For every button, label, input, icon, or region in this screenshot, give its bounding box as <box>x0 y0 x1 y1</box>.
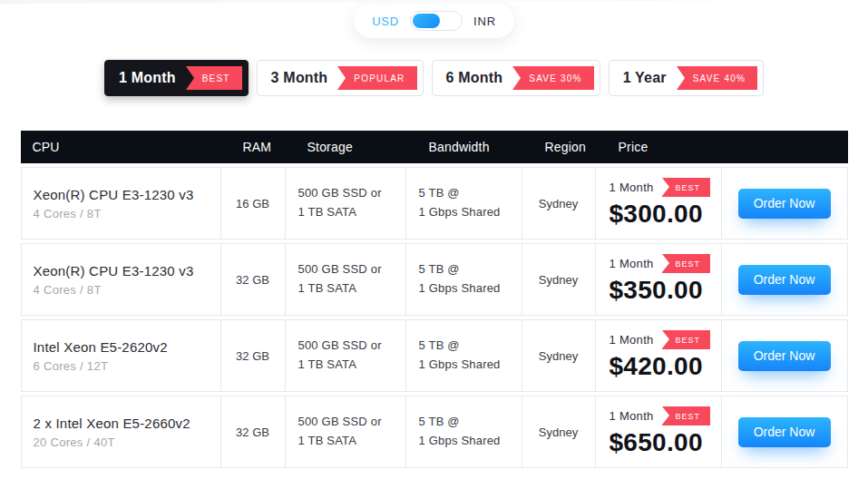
bandwidth-line1: 5 TB @ <box>419 184 512 203</box>
tab-1-month[interactable]: 1 Month BEST <box>104 60 249 96</box>
cpu-name: Intel Xeon E5-2620v2 <box>34 339 211 355</box>
table-row: Intel Xeon E5-2620v2 6 Cores / 12T 32 GB… <box>21 319 848 392</box>
cpu-name: Xeon(R) CPU E3-1230 v3 <box>34 263 211 279</box>
storage-line1: 500 GB SSD or <box>298 260 396 279</box>
bandwidth-cell: 5 TB @ 1 Gbps Shared <box>406 167 522 240</box>
storage-cell: 500 GB SSD or 1 TB SATA <box>286 396 406 468</box>
region-cell: Sydney <box>522 396 596 468</box>
price-value: $650.00 <box>610 428 721 457</box>
storage-line2: 1 TB SATA <box>298 279 396 298</box>
order-now-button[interactable]: Order Now <box>738 341 831 371</box>
price-value: $300.00 <box>610 200 721 229</box>
cpu-cell: 2 x Intel Xeon E5-2660v2 20 Cores / 40T <box>21 396 221 468</box>
column-header-ram: RAM <box>221 131 286 163</box>
bandwidth-cell: 5 TB @ 1 Gbps Shared <box>406 243 522 316</box>
tab-label: 3 Month <box>271 70 328 86</box>
best-badge-ribbon: BEST <box>662 330 711 349</box>
cpu-cell: Intel Xeon E5-2620v2 6 Cores / 12T <box>21 319 221 392</box>
term-label: 1 Month <box>610 257 654 270</box>
term-label: 1 Month <box>610 409 654 423</box>
bandwidth-line1: 5 TB @ <box>419 413 512 432</box>
bandwidth-line2: 1 Gbps Shared <box>419 203 512 222</box>
cpu-cell: Xeon(R) CPU E3-1230 v3 4 Cores / 8T <box>21 243 221 316</box>
price-value: $350.00 <box>610 276 721 305</box>
pricing-table: CPU RAM Storage Bandwidth Region Price X… <box>21 127 848 472</box>
order-now-button[interactable]: Order Now <box>738 189 831 219</box>
order-cell: Order Now <box>722 167 848 240</box>
bandwidth-cell: 5 TB @ 1 Gbps Shared <box>406 396 522 468</box>
storage-line2: 1 TB SATA <box>298 432 396 451</box>
term-label: 1 Month <box>610 333 654 347</box>
table-row: Xeon(R) CPU E3-1230 v3 4 Cores / 8T 32 G… <box>21 243 848 316</box>
cpu-cores: 6 Cores / 12T <box>34 359 211 373</box>
ram-cell: 32 GB <box>221 396 286 468</box>
column-header-storage: Storage <box>286 131 406 163</box>
storage-cell: 500 GB SSD or 1 TB SATA <box>286 167 406 240</box>
order-cell: Order Now <box>722 319 848 392</box>
switch-knob <box>413 14 440 28</box>
currency-bar: USD INR <box>0 0 868 38</box>
bandwidth-line2: 1 Gbps Shared <box>419 432 512 451</box>
cpu-name: 2 x Intel Xeon E5-2660v2 <box>34 416 211 431</box>
column-header-price: Price <box>596 131 722 163</box>
usd-label[interactable]: USD <box>372 15 399 28</box>
tab-label: 6 Month <box>446 70 503 86</box>
plan-tabs: 1 Month BEST 3 Month POPULAR 6 Month SAV… <box>0 60 868 96</box>
ram-cell: 16 GB <box>221 167 286 240</box>
best-badge-ribbon: BEST <box>662 406 711 425</box>
tab-3-month[interactable]: 3 Month POPULAR <box>257 60 424 96</box>
region-cell: Sydney <box>522 243 596 316</box>
best-badge-ribbon: BEST <box>662 178 711 197</box>
tab-badge-ribbon: SAVE 40% <box>677 66 757 90</box>
table-row: Xeon(R) CPU E3-1230 v3 4 Cores / 8T 16 G… <box>21 167 848 240</box>
currency-switch[interactable] <box>410 11 463 31</box>
price-cell: 1 Month BEST $300.00 <box>596 167 722 240</box>
tab-badge-ribbon: POPULAR <box>337 66 416 90</box>
region-cell: Sydney <box>522 319 596 392</box>
price-cell: 1 Month BEST $420.00 <box>596 319 722 392</box>
storage-cell: 500 GB SSD or 1 TB SATA <box>286 319 406 392</box>
order-now-button[interactable]: Order Now <box>738 265 831 295</box>
price-value: $420.00 <box>610 352 721 381</box>
storage-line1: 500 GB SSD or <box>298 337 396 356</box>
inr-label[interactable]: INR <box>473 15 496 28</box>
table-row: 2 x Intel Xeon E5-2660v2 20 Cores / 40T … <box>21 396 848 468</box>
cpu-cell: Xeon(R) CPU E3-1230 v3 4 Cores / 8T <box>21 167 221 240</box>
best-badge-ribbon: BEST <box>662 254 711 273</box>
column-header-order <box>722 131 848 163</box>
term-label: 1 Month <box>610 181 654 194</box>
ram-cell: 32 GB <box>221 319 286 392</box>
tab-badge-ribbon: BEST <box>186 66 242 90</box>
bandwidth-cell: 5 TB @ 1 Gbps Shared <box>406 319 522 392</box>
cpu-cores: 4 Cores / 8T <box>34 207 211 220</box>
cpu-cores: 4 Cores / 8T <box>34 283 211 297</box>
storage-line2: 1 TB SATA <box>298 356 396 375</box>
column-header-bandwidth: Bandwidth <box>406 131 522 163</box>
currency-toggle: USD INR <box>354 4 514 38</box>
region-cell: Sydney <box>522 167 596 240</box>
order-now-button[interactable]: Order Now <box>738 417 831 447</box>
cpu-name: Xeon(R) CPU E3-1230 v3 <box>34 187 211 202</box>
order-cell: Order Now <box>722 243 848 316</box>
tab-label: 1 Month <box>119 70 176 86</box>
column-header-region: Region <box>522 131 596 163</box>
storage-line1: 500 GB SSD or <box>298 413 396 432</box>
ram-cell: 32 GB <box>221 243 286 316</box>
bandwidth-line2: 1 Gbps Shared <box>419 356 512 375</box>
storage-cell: 500 GB SSD or 1 TB SATA <box>286 243 406 316</box>
table-header-row: CPU RAM Storage Bandwidth Region Price <box>21 131 848 163</box>
storage-line1: 500 GB SSD or <box>298 184 396 203</box>
tab-badge-ribbon: SAVE 30% <box>512 66 593 90</box>
bandwidth-line1: 5 TB @ <box>419 260 512 279</box>
bandwidth-line1: 5 TB @ <box>419 337 512 356</box>
bandwidth-line2: 1 Gbps Shared <box>419 279 512 298</box>
storage-line2: 1 TB SATA <box>298 203 396 222</box>
tab-label: 1 Year <box>623 70 667 86</box>
order-cell: Order Now <box>722 396 848 468</box>
tab-6-month[interactable]: 6 Month SAVE 30% <box>432 60 600 96</box>
cpu-cores: 20 Cores / 40T <box>34 435 211 449</box>
tab-1-year[interactable]: 1 Year SAVE 40% <box>609 60 764 96</box>
price-cell: 1 Month BEST $650.00 <box>596 396 722 468</box>
price-cell: 1 Month BEST $350.00 <box>596 243 722 316</box>
column-header-cpu: CPU <box>21 131 221 163</box>
